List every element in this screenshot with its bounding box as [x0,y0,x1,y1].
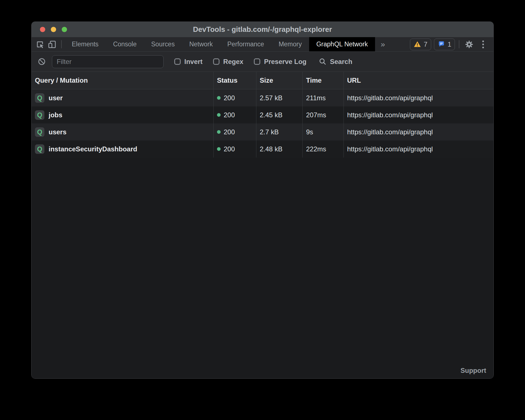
column-header-url[interactable]: URL [344,72,493,89]
preserve-log-label: Preserve Log [264,58,306,66]
table-row[interactable]: Q jobs 200 2.45 kB 207ms https://gitlab.… [32,106,493,123]
warning-triangle-icon [414,40,421,48]
status-ok-dot-icon [217,130,221,134]
preserve-log-checkbox-group[interactable]: Preserve Log [254,58,306,66]
gear-icon [465,40,474,49]
issues-warning-badge[interactable]: 7 [410,39,431,50]
inspect-element-button[interactable] [34,37,46,51]
query-name: jobs [49,111,62,119]
console-message-icon [438,40,445,48]
response-size: 2.45 kB [256,106,303,123]
tabbar-pad [490,37,493,51]
preserve-log-checkbox[interactable] [254,58,260,65]
response-size: 2.48 kB [256,140,303,157]
support-link[interactable]: Support [460,367,486,374]
response-time: 9s [303,123,344,140]
console-messages-badge[interactable]: 1 [434,39,455,50]
status-code: 200 [224,94,235,102]
query-name: user [49,94,63,102]
block-icon [38,58,46,66]
status-ok-dot-icon [217,96,221,100]
query-type-badge: Q [35,127,44,137]
column-header-size[interactable]: Size [256,72,303,89]
device-toolbar-icon [48,40,57,49]
query-type-badge: Q [35,110,44,120]
response-size: 2.7 kB [256,123,303,140]
tabbar-separator [61,40,62,48]
tab-memory[interactable]: Memory [271,37,309,51]
request-url: https://gitlab.com/api/graphql [344,123,493,140]
message-count: 1 [448,40,451,48]
filter-input[interactable] [52,55,164,68]
status-code: 200 [224,111,235,119]
request-url: https://gitlab.com/api/graphql [344,140,493,157]
response-time: 222ms [303,140,344,157]
search-icon [319,58,327,66]
query-name: instanceSecurityDashboard [49,145,137,153]
table-row[interactable]: Q instanceSecurityDashboard 200 2.48 kB … [32,140,493,157]
column-header-query-mutation[interactable]: Query / Mutation [32,72,214,89]
query-name: users [49,128,66,136]
status-badges: 7 1 [410,37,455,51]
tabbar-separator-right [459,40,459,48]
settings-button[interactable] [462,37,476,51]
status-ok-dot-icon [217,147,221,151]
customize-devtools-button[interactable] [476,37,490,51]
tab-performance[interactable]: Performance [220,37,271,51]
kebab-menu-icon [481,40,486,48]
search-label: Search [330,58,352,66]
response-size: 2.57 kB [256,89,303,106]
panel-tabs: Elements Console Sources Network Perform… [65,37,375,51]
request-url: https://gitlab.com/api/graphql [344,89,493,106]
tab-console[interactable]: Console [106,37,144,51]
regex-label: Regex [223,58,243,66]
table-header: Query / Mutation Status Size Time URL [32,72,493,89]
devtools-window: DevTools - gitlab.com/-/graphql-explorer… [31,22,494,379]
tab-network[interactable]: Network [182,37,220,51]
search-button[interactable]: Search [319,58,352,66]
clear-log-button[interactable] [38,58,46,66]
toggle-device-toolbar-button[interactable] [46,37,58,51]
column-header-status[interactable]: Status [214,72,256,89]
regex-checkbox-group[interactable]: Regex [213,58,243,66]
tab-graphql-network[interactable]: GraphQL Network [309,37,375,51]
titlebar: DevTools - gitlab.com/-/graphql-explorer [32,22,493,37]
window-title: DevTools - gitlab.com/-/graphql-explorer [32,25,493,34]
invert-label: Invert [184,58,202,66]
request-url: https://gitlab.com/api/graphql [344,106,493,123]
table-row[interactable]: Q users 200 2.7 kB 9s https://gitlab.com… [32,123,493,140]
inspect-cursor-icon [35,40,44,49]
response-time: 211ms [303,89,344,106]
regex-checkbox[interactable] [213,58,219,65]
chevron-double-right-icon: » [381,40,385,49]
column-header-time[interactable]: Time [303,72,344,89]
table-row[interactable]: Q user 200 2.57 kB 211ms https://gitlab.… [32,89,493,106]
devtools-tabbar: Elements Console Sources Network Perform… [32,37,493,52]
table-empty-area: Support [32,157,493,378]
query-type-badge: Q [35,144,44,154]
tabbar-spacer [391,37,410,51]
response-time: 207ms [303,106,344,123]
tab-sources[interactable]: Sources [144,37,182,51]
status-code: 200 [224,145,235,153]
warning-count: 7 [424,40,427,48]
status-ok-dot-icon [217,113,221,117]
tab-elements[interactable]: Elements [65,37,106,51]
screen: DevTools - gitlab.com/-/graphql-explorer… [0,0,525,420]
status-code: 200 [224,128,235,136]
invert-checkbox[interactable] [174,58,181,65]
query-type-badge: Q [35,93,44,103]
filter-toolbar: Invert Regex Preserve Log Search [32,52,493,72]
more-tabs-button[interactable]: » [375,37,391,51]
invert-checkbox-group[interactable]: Invert [174,58,202,66]
